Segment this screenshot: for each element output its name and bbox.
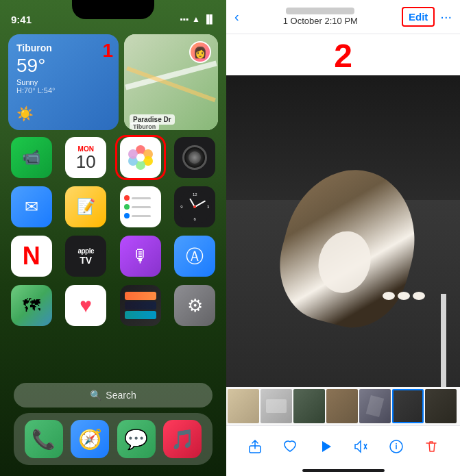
facetime-icon: 📹 <box>22 149 40 166</box>
app-notes[interactable]: 📝 <box>63 186 110 227</box>
thumb-img-5 <box>359 389 391 423</box>
thumb-img-4 <box>326 389 358 423</box>
cat-paw-3 <box>413 292 425 300</box>
app-facetime[interactable]: 📹 <box>8 137 55 178</box>
dock-safari[interactable]: 🧭 <box>71 420 109 458</box>
dock-music[interactable]: 🎵 <box>163 420 202 458</box>
dock: 📞 🧭 💬 🎵 <box>14 413 213 465</box>
more-button[interactable]: ··· <box>440 9 452 25</box>
phone-icon: 📞 <box>32 428 56 451</box>
app-mail[interactable]: ✉ <box>8 186 55 227</box>
music-icon: 🎵 <box>171 428 195 451</box>
play-button[interactable] <box>313 434 338 459</box>
info-button[interactable] <box>384 434 409 459</box>
app-news[interactable]: N <box>8 236 55 277</box>
wallet-card-2 <box>125 301 156 310</box>
health-icon: ♥ <box>80 294 92 317</box>
app-appstore[interactable]: Ⓐ <box>172 236 219 277</box>
edit-button[interactable]: Edit <box>402 7 435 27</box>
notes-icon: 📝 <box>77 198 95 216</box>
notch <box>72 0 154 19</box>
cat-paw-2 <box>398 292 410 300</box>
thumbnail-3[interactable] <box>293 389 325 423</box>
photos-selection-border <box>115 135 166 180</box>
photos-header: ‹ 1 October 2:10 PM Edit ··· <box>226 0 460 34</box>
messages-icon: 💬 <box>124 428 148 451</box>
app-settings[interactable]: ⚙ <box>172 285 219 326</box>
clock-center-dot <box>193 205 196 208</box>
clock-face: 12 3 6 9 <box>178 190 212 224</box>
weather-condition: Sunny <box>16 78 110 86</box>
thumbnail-strip[interactable] <box>226 387 460 425</box>
home-indicator <box>302 469 385 472</box>
app-clock[interactable]: 12 3 6 9 <box>172 186 219 227</box>
thumbnail-7[interactable] <box>425 389 457 423</box>
sun-icon: ☀️ <box>16 105 34 122</box>
maps-avatar: 👩 <box>189 41 211 63</box>
signal-icon: ▪▪▪ <box>180 14 189 24</box>
appletv-icon: apple <box>77 247 94 255</box>
app-maps[interactable]: 🗺 <box>8 285 55 326</box>
settings-icon: ⚙ <box>187 295 203 316</box>
reminder-item-2 <box>124 204 151 210</box>
photos-app: ‹ 1 October 2:10 PM Edit ··· 2 <box>226 0 460 476</box>
reminder-item-1 <box>124 195 151 201</box>
cat-photo-background <box>226 75 460 387</box>
thumbnail-2[interactable] <box>261 389 292 423</box>
app-health[interactable]: ♥ <box>63 285 110 326</box>
thumb-img-3 <box>293 389 325 423</box>
app-calendar[interactable]: MON 10 <box>63 137 110 178</box>
app-grid: 📹 MON 10 <box>8 137 218 326</box>
share-button[interactable] <box>243 434 267 459</box>
back-button[interactable]: ‹ <box>234 9 239 25</box>
mute-button[interactable] <box>348 434 373 459</box>
thumbnail-1[interactable] <box>228 389 259 423</box>
weather-hi-lo: H:70° L:54° <box>16 86 110 95</box>
clock-6: 6 <box>194 217 196 221</box>
app-camera[interactable] <box>172 137 219 178</box>
share-icon <box>247 439 263 454</box>
thumbnail-4[interactable] <box>326 389 358 423</box>
thumb-cat-silhouette <box>366 395 385 417</box>
photos-date: 1 October 2:10 PM <box>239 16 402 26</box>
clock-3: 3 <box>207 205 209 209</box>
calendar-day: 10 <box>76 153 96 171</box>
white-strip <box>441 294 446 388</box>
app-appletv[interactable]: apple TV <box>63 236 110 277</box>
battery-icon: ▐▌ <box>204 14 215 24</box>
cat-paw-1 <box>383 292 395 300</box>
thumb-img-2 <box>261 389 292 423</box>
thumbnail-6[interactable] <box>392 389 424 423</box>
camera-inner-lens <box>189 151 201 164</box>
clock-12: 12 <box>193 192 197 197</box>
wallet-icon <box>123 290 158 321</box>
dock-phone[interactable]: 📞 <box>25 420 63 458</box>
thumb-img-6-active <box>394 390 422 422</box>
wallet-card-3 <box>125 311 156 319</box>
appstore-icon: Ⓐ <box>186 245 204 268</box>
clock-minute-hand <box>195 200 206 207</box>
app-wallet[interactable] <box>117 285 164 326</box>
widgets-row: Tiburon 59° Sunny H:70° L:54° ☀️ 1 👩 Par… <box>8 34 218 130</box>
delete-button[interactable] <box>419 434 444 459</box>
camera-lens-icon <box>182 145 207 170</box>
weather-widget[interactable]: Tiburon 59° Sunny H:70° L:54° ☀️ 1 <box>8 34 119 130</box>
reminder-line-3 <box>132 215 151 217</box>
wallet-card-1 <box>125 292 156 300</box>
wifi-icon: ▲ <box>192 14 200 24</box>
app-reminders[interactable] <box>117 186 164 227</box>
search-bar[interactable]: 🔍 Search <box>14 383 213 408</box>
weather-city: Tiburon <box>16 42 110 53</box>
cat-paws <box>383 292 425 300</box>
maps-widget[interactable]: 👩 Paradise Dr Tiburon <box>124 34 218 130</box>
search-label: Search <box>106 390 136 401</box>
thumbnail-5[interactable] <box>359 389 391 423</box>
reminder-dot-3 <box>124 213 130 218</box>
app-podcasts[interactable]: 🎙 <box>117 236 164 277</box>
like-button[interactable] <box>278 434 302 459</box>
app-photos[interactable] <box>117 137 164 178</box>
reminder-dot-1 <box>124 195 130 201</box>
mute-icon <box>353 439 368 454</box>
dock-messages[interactable]: 💬 <box>117 420 156 458</box>
title-blur <box>286 8 354 14</box>
